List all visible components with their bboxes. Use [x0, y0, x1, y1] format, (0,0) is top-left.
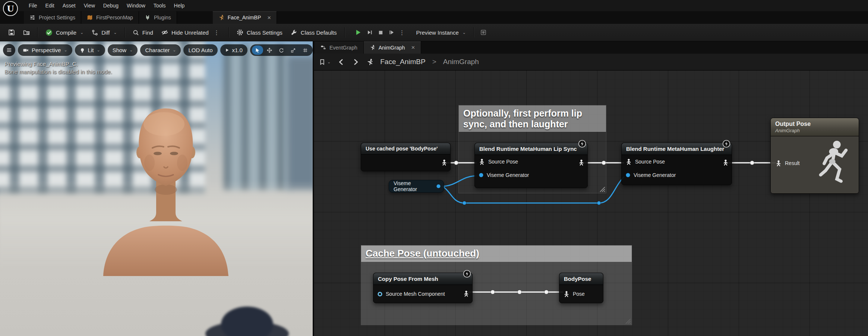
tab-plugins[interactable]: Plugins: [139, 11, 177, 24]
breadcrumb-root[interactable]: Face_AnimBP: [380, 58, 425, 66]
node-blend-lipsync[interactable]: Blend Runtime MetaHuman Lip Sync Source …: [474, 143, 588, 188]
perspective-dropdown[interactable]: Perspective ⌄: [18, 44, 72, 56]
compile-button[interactable]: Compile ⌄: [42, 26, 87, 39]
stop-button[interactable]: [376, 27, 386, 38]
object-input-pin[interactable]: [479, 172, 484, 178]
object-output-pin[interactable]: [436, 184, 441, 189]
chevron-down-icon: ⌄: [327, 60, 331, 64]
chevron-down-icon: ⌄: [463, 30, 466, 35]
pose-input-pin[interactable]: [625, 158, 632, 165]
menu-view[interactable]: View: [80, 2, 99, 9]
pose-output-pin[interactable]: [578, 159, 585, 166]
bookmark-dropdown[interactable]: ⌄: [319, 59, 331, 65]
toolbar-separator: [124, 27, 125, 38]
node-title: Use cached pose 'BodyPose': [361, 143, 450, 155]
preview-viewport[interactable]: Perspective ⌄ Lit ⌄ Show ⌄ Character ⌄ L…: [0, 41, 313, 336]
resize-handle-icon[interactable]: [625, 318, 631, 324]
select-tool-button[interactable]: [252, 45, 263, 55]
tab-animgraph[interactable]: AnimGraph ×: [364, 41, 422, 54]
menu-asset[interactable]: Asset: [59, 2, 80, 9]
result-row: Result: [771, 156, 804, 170]
chevron-down-icon[interactable]: ⌄: [113, 30, 117, 35]
bone-manipulation-text: Bone manipulation is disabled in this mo…: [4, 68, 112, 76]
playback-speed-button[interactable]: x1.0: [220, 44, 247, 56]
character-dropdown[interactable]: Character ⌄: [140, 44, 181, 56]
animgraph-runner-icon: [370, 45, 375, 50]
camera-icon: [23, 47, 29, 53]
class-defaults-button[interactable]: Class Defaults: [287, 26, 341, 39]
node-viseme-generator-var[interactable]: Viseme Generator: [389, 180, 444, 193]
menu-edit[interactable]: Edit: [41, 2, 59, 9]
metahuman-head-preview: [99, 105, 233, 276]
comment-title[interactable]: Optionally, first perform lip sync, and …: [459, 105, 606, 132]
play-options-kebab-icon[interactable]: ⋮: [398, 29, 407, 36]
tab-face-animbp[interactable]: Face_AnimBP ×: [213, 11, 277, 24]
animgraph-canvas[interactable]: Optionally, first perform lip sync, and …: [314, 70, 868, 336]
menu-debug[interactable]: Debug: [99, 2, 123, 9]
kebab-menu-icon[interactable]: ⋮: [212, 29, 221, 36]
lod-dropdown[interactable]: LOD Auto: [183, 44, 217, 56]
unreal-engine-logo[interactable]: U: [3, 1, 18, 16]
pose-input-pin[interactable]: [563, 291, 570, 297]
pin-label: Viseme Generator: [634, 172, 676, 178]
node-use-cached-pose[interactable]: Use cached pose 'BodyPose': [361, 143, 451, 171]
hide-unrelated-button[interactable]: Hide Unrelated ⋮: [158, 26, 225, 39]
browse-content-button[interactable]: [19, 26, 34, 39]
tab-eventgraph[interactable]: EventGraph: [315, 41, 364, 54]
pin-label: Source Pose: [635, 159, 665, 165]
cursor-icon: [255, 48, 260, 53]
menu-window[interactable]: Window: [123, 2, 149, 9]
menu-help[interactable]: Help: [170, 2, 189, 9]
hide-unrelated-label: Hide Unrelated: [171, 29, 209, 36]
menu-tools[interactable]: Tools: [149, 2, 170, 9]
pose-output-pin[interactable]: [722, 159, 729, 166]
class-settings-button[interactable]: Class Settings: [233, 26, 286, 39]
node-copy-pose-from-mesh[interactable]: Copy Pose From Mesh Source Mesh Componen…: [373, 273, 473, 303]
pose-input-pin[interactable]: [479, 158, 485, 165]
debug-object-button[interactable]: [478, 26, 489, 39]
viewport-menu-button[interactable]: [3, 44, 15, 56]
skip-button[interactable]: [386, 26, 397, 38]
close-icon[interactable]: ×: [411, 44, 415, 51]
background-building-right: [224, 45, 291, 190]
move-tool-button[interactable]: [264, 45, 275, 55]
step-frame-button[interactable]: [364, 26, 375, 38]
save-button[interactable]: [4, 26, 19, 39]
transform-tools: [250, 44, 313, 56]
node-body-pose[interactable]: BodyPose Pose: [559, 273, 603, 303]
toolbar-separator: [344, 27, 345, 38]
lit-dropdown[interactable]: Lit ⌄: [75, 44, 105, 56]
diff-button[interactable]: Diff ⌄: [88, 26, 120, 39]
node-output-pose[interactable]: Output Pose AnimGraph Result: [770, 118, 859, 194]
play-icon: [355, 29, 362, 36]
scale-tool-button[interactable]: [288, 45, 299, 55]
chevron-down-icon: ⌄: [173, 48, 176, 53]
object-input-pin[interactable]: [625, 172, 631, 178]
pose-output-pin[interactable]: [441, 159, 448, 166]
show-label: Show: [113, 47, 127, 53]
chevron-down-icon: ⌄: [64, 48, 67, 53]
play-button[interactable]: [353, 26, 364, 39]
comment-title[interactable]: Cache Pose (untouched): [361, 245, 632, 262]
snap-tool-button[interactable]: [300, 45, 311, 55]
pose-input-pin[interactable]: [775, 160, 782, 167]
tab-firstpersonmap[interactable]: FirstPersonMap: [81, 11, 139, 24]
class-defaults-label: Class Defaults: [301, 29, 337, 36]
resize-handle-icon[interactable]: [600, 187, 605, 192]
pose-output-pin[interactable]: [463, 290, 470, 297]
rotate-tool-button[interactable]: [276, 45, 287, 55]
tab-project-settings[interactable]: Project Settings: [24, 11, 81, 24]
back-button[interactable]: [337, 58, 345, 66]
graph-breadcrumb-bar: ⌄ Face_AnimBP > AnimGraph: [314, 54, 868, 70]
scale-icon: [291, 48, 296, 53]
node-blend-laughter[interactable]: Blend Runtime MetaHuman Laughter Source …: [621, 143, 732, 185]
close-icon[interactable]: ×: [267, 15, 271, 21]
menu-file[interactable]: File: [25, 2, 41, 9]
map-icon: [87, 15, 93, 20]
preview-instance-dropdown[interactable]: Preview Instance ⌄: [413, 26, 470, 39]
object-input-pin[interactable]: [377, 291, 383, 297]
forward-button[interactable]: [352, 58, 360, 66]
find-button[interactable]: Find: [129, 26, 157, 39]
chevron-down-icon[interactable]: ⌄: [80, 30, 83, 35]
show-dropdown[interactable]: Show ⌄: [108, 44, 138, 56]
